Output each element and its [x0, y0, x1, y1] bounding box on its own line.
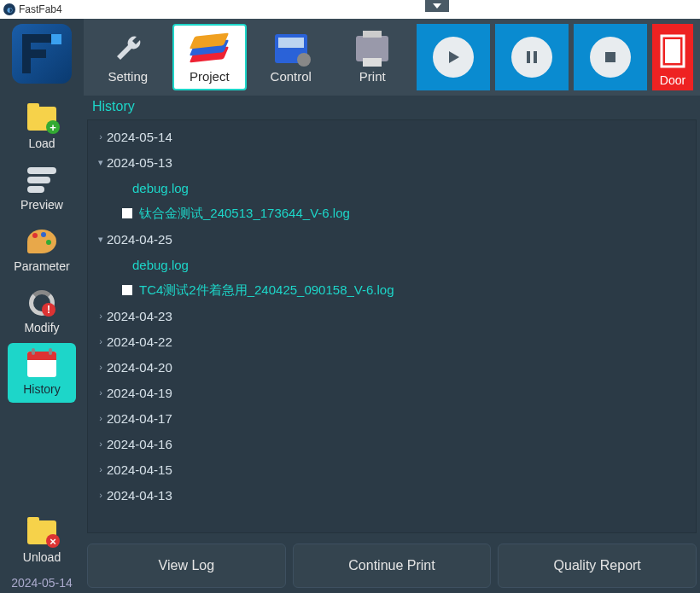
folder-plus-icon: +	[27, 107, 56, 131]
folder-x-icon: ×	[27, 520, 56, 544]
palette-icon	[27, 230, 56, 253]
checkbox-icon[interactable]	[122, 208, 132, 218]
app-icon: ◐	[3, 3, 15, 15]
chevron-down-icon: ▾	[95, 157, 107, 168]
app-logo	[12, 24, 72, 84]
history-tree[interactable]: › 2024-05-14▾ 2024-05-13debug.log钛合金测试_2…	[87, 119, 697, 533]
titlebar-dropdown[interactable]	[425, 0, 449, 12]
stop-button[interactable]	[574, 24, 647, 90]
chevron-right-icon: ›	[95, 413, 107, 423]
chevron-right-icon: ›	[95, 439, 107, 449]
play-button[interactable]	[417, 24, 490, 90]
door-icon	[660, 34, 685, 68]
calendar-icon	[27, 352, 56, 377]
tree-date-label: 2024-04-25	[107, 232, 172, 247]
toolbar: Setting Project Control Print	[84, 19, 700, 96]
sidebar-item-modify[interactable]: Modify	[8, 282, 76, 341]
tool-control[interactable]: Control	[254, 24, 329, 90]
tree-date-label: 2024-04-19	[107, 386, 172, 400]
sidebar-item-label: Modify	[24, 321, 59, 334]
tree-date-label: 2024-04-16	[107, 437, 172, 451]
tree-date-row[interactable]: › 2024-04-22	[88, 328, 696, 354]
chevron-right-icon: ›	[95, 464, 107, 474]
chevron-right-icon: ›	[95, 387, 107, 398]
chevron-right-icon: ›	[95, 131, 107, 142]
tree-file-label: debug.log	[132, 258, 189, 272]
door-button[interactable]: Door	[652, 24, 693, 90]
tree-date-label: 2024-04-17	[107, 411, 172, 426]
tree-date-label: 2024-04-20	[107, 360, 172, 375]
svg-rect-0	[527, 51, 530, 63]
sidebar-item-label: Preview	[20, 198, 63, 212]
app-title: FastFab4	[19, 3, 62, 15]
tool-label: Print	[359, 69, 386, 84]
tree-file-row[interactable]: debug.log	[88, 175, 696, 201]
view-log-button[interactable]: View Log	[87, 544, 286, 588]
panel-title: History	[84, 96, 700, 118]
tree-date-row[interactable]: › 2024-04-23	[88, 303, 696, 328]
tool-label: Project	[190, 69, 230, 84]
layers-icon	[192, 33, 226, 64]
titlebar: ◐ FastFab4	[0, 0, 700, 19]
printer-icon	[356, 36, 388, 61]
chevron-right-icon: ›	[95, 311, 107, 321]
sidebar-item-unload[interactable]: × Unload	[8, 511, 76, 571]
tree-date-row[interactable]: › 2024-04-16	[88, 431, 696, 456]
tree-date-row[interactable]: › 2024-04-20	[88, 354, 696, 380]
sidebar-item-parameter[interactable]: Parameter	[8, 220, 76, 280]
tool-setting[interactable]: Setting	[90, 24, 166, 90]
wrench-icon	[109, 32, 147, 66]
sidebar-item-history[interactable]: History	[8, 343, 76, 403]
continue-print-button[interactable]: Continue Print	[293, 544, 492, 588]
tree-date-row[interactable]: › 2024-04-19	[88, 380, 696, 405]
tree-date-row[interactable]: ▾ 2024-05-13	[88, 149, 696, 175]
pause-button[interactable]	[495, 24, 569, 90]
tree-date-label: 2024-05-14	[107, 130, 172, 144]
tree-file-label: 钛合金测试_240513_173644_V-6.log	[139, 206, 350, 222]
tree-file-row[interactable]: TC4测试2件着急用_240425_090158_V-6.log	[88, 277, 696, 303]
tree-date-row[interactable]: › 2024-04-17	[88, 405, 696, 431]
sidebar-item-preview[interactable]: Preview	[8, 159, 76, 218]
tree-date-row[interactable]: ▾ 2024-04-25	[88, 226, 696, 252]
tree-date-row[interactable]: › 2024-04-15	[88, 456, 696, 482]
play-icon	[445, 49, 462, 66]
stop-icon	[604, 50, 617, 64]
tree-file-row[interactable]: debug.log	[88, 252, 696, 277]
status-date: 2024-05-14	[0, 573, 84, 593]
tool-label: Control	[271, 69, 312, 84]
sidebar-item-load[interactable]: + Load	[8, 97, 76, 157]
checkbox-icon[interactable]	[122, 285, 132, 295]
tree-date-label: 2024-04-15	[107, 462, 172, 477]
tree-date-label: 2024-04-23	[107, 309, 172, 323]
preview-icon	[27, 167, 56, 193]
sidebar-item-label: Load	[28, 137, 55, 150]
chevron-down-icon: ▾	[95, 234, 107, 245]
sidebar-item-label: History	[23, 382, 61, 396]
svg-rect-1	[534, 51, 537, 63]
tree-file-label: TC4测试2件着急用_240425_090158_V-6.log	[139, 282, 394, 299]
tree-date-row[interactable]: › 2024-04-13	[88, 482, 696, 508]
tree-date-label: 2024-04-22	[107, 334, 172, 349]
tree-date-row[interactable]: › 2024-05-14	[88, 124, 696, 149]
control-icon	[275, 34, 307, 63]
tool-label: Setting	[108, 69, 148, 84]
tree-file-label: debug.log	[132, 181, 189, 195]
pause-icon	[524, 49, 540, 65]
tree-date-label: 2024-04-13	[107, 488, 172, 503]
tree-date-label: 2024-05-13	[107, 155, 172, 170]
chevron-right-icon: ›	[95, 362, 107, 372]
tool-project[interactable]: Project	[172, 24, 248, 90]
svg-rect-2	[605, 52, 615, 62]
chevron-right-icon: ›	[95, 490, 107, 500]
chevron-right-icon: ›	[95, 336, 107, 346]
quality-report-button[interactable]: Quality Report	[498, 544, 697, 588]
sidebar: + Load Preview Parameter Modify History …	[0, 19, 84, 593]
door-label: Door	[660, 73, 685, 87]
sidebar-item-label: Unload	[23, 550, 61, 564]
tool-print[interactable]: Print	[335, 24, 411, 90]
svg-rect-4	[665, 39, 680, 63]
sidebar-item-label: Parameter	[14, 259, 69, 273]
modify-icon	[29, 290, 55, 316]
tree-file-row[interactable]: 钛合金测试_240513_173644_V-6.log	[88, 201, 696, 226]
